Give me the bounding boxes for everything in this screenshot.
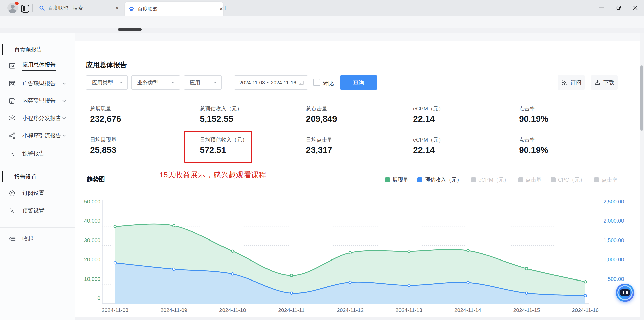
sidebar-divider (0, 227, 75, 228)
main-content: 应用总体报告 应用类型 业务类型 应用 2024-11-08 ~ 2024-11… (75, 41, 640, 317)
collapse-icon (8, 235, 16, 243)
sidebar-item-6[interactable]: 预警报告 (0, 146, 75, 161)
workspaces-icon[interactable] (21, 5, 29, 13)
stats-divider (86, 130, 640, 130)
page-title: 应用总体报告 (86, 60, 127, 69)
sidebar: 百青藤报告 应用总体报告广告联盟报告内容联盟报告小程序分发报告小程序引流报告预警… (0, 33, 75, 320)
window-close-button[interactable] (632, 4, 639, 12)
report-icon (8, 80, 16, 87)
sidebar-section-settings: 报告设置 (14, 173, 37, 181)
share-icon (8, 132, 16, 139)
daily-stat-label-5: 点击率 (519, 136, 535, 143)
daily-stat-value-5: 90.19% (519, 145, 548, 155)
chevron-down-icon (118, 80, 123, 85)
chevron-down-icon (171, 80, 176, 85)
tab-close-icon[interactable]: × (115, 6, 119, 11)
sidebar-item-2[interactable]: 广告联盟报告 (0, 76, 75, 91)
daily-stat-value-3: 23,317 (306, 145, 332, 155)
search-favicon (39, 5, 45, 11)
collapse-label: 收起 (22, 235, 33, 243)
sidebar-item-label: 应用总体报告 (22, 61, 56, 71)
app-select[interactable]: 应用 (184, 75, 222, 90)
tab-title: 百度联盟 - 搜索 (48, 5, 83, 11)
new-tab-button[interactable]: + (220, 4, 230, 13)
subscribe-button[interactable]: 订阅 (558, 75, 585, 90)
total-stat-label-4: eCPM（元） (413, 105, 444, 112)
sidebar-item-3[interactable]: 内容联盟报告 (0, 94, 75, 108)
x-axis-tick: 2024-11-16 (563, 307, 608, 313)
query-button[interactable]: 查询 (340, 75, 377, 90)
chevron-down-icon (212, 80, 217, 85)
left-axis-tick: 40,000 (70, 218, 100, 224)
content-icon (8, 97, 16, 105)
sidebar-setting-2[interactable]: 预警设置 (0, 204, 75, 218)
sidebar-item-label: 预警报告 (22, 150, 45, 157)
total-stat-value-2: 5,152.55 (200, 114, 233, 124)
right-axis-tick: 1,500.00 (591, 237, 624, 243)
section-marker (2, 171, 3, 182)
sidebar-item-label: 广告联盟报告 (22, 80, 56, 87)
right-axis-tick: 2,000.00 (591, 218, 624, 224)
calendar-icon (298, 79, 304, 86)
chevron-down-icon (61, 98, 67, 104)
content-bottom-strip (75, 317, 640, 320)
sidebar-item-4[interactable]: 小程序分发报告 (0, 111, 75, 125)
sidebar-item-5[interactable]: 小程序引流报告 (0, 129, 75, 143)
sidebar-item-label: 内容联盟报告 (22, 97, 56, 105)
sidebar-setting-1[interactable]: 订阅设置 (0, 186, 75, 200)
download-button[interactable]: 下载 (591, 75, 618, 90)
app-type-select[interactable]: 应用类型 (86, 75, 128, 90)
highlight-red-box (184, 131, 252, 163)
baidu-paw-favicon (128, 6, 135, 12)
legend-swatch (471, 177, 476, 182)
screenshot-root: 百度联盟 - 搜索 × 百度联盟 × + (0, 0, 644, 320)
daily-stat-label-4: eCPM（元） (413, 136, 444, 143)
compare-checkbox[interactable] (313, 79, 320, 86)
x-axis-tick: 2024-11-08 (92, 307, 138, 313)
legend-swatch (551, 177, 556, 182)
browser-tab-search[interactable]: 百度联盟 - 搜索 × (35, 2, 119, 14)
content-top-band (75, 33, 644, 41)
sidebar-section-reports: 百青藤报告 (14, 46, 42, 53)
x-axis-tick: 2024-11-12 (327, 307, 373, 313)
sidebar-collapse-button[interactable]: 收起 (0, 232, 75, 246)
alert-icon (8, 150, 16, 157)
select-value: 应用类型 (92, 79, 113, 86)
section-marker (2, 44, 3, 55)
total-stat-label-1: 总展现量 (90, 105, 111, 112)
window-minimize-button[interactable] (598, 4, 605, 12)
right-axis-tick: 500.00 (591, 276, 624, 282)
x-axis-tick: 2024-11-15 (504, 307, 549, 313)
x-axis-tick: 2024-11-13 (386, 307, 432, 313)
robot-face-icon (620, 289, 630, 296)
sidebar-item-label: 订阅设置 (22, 189, 45, 197)
left-axis-tick: 10,000 (70, 276, 100, 282)
window-restore-button[interactable] (615, 4, 623, 12)
daily-stat-value-1: 25,853 (90, 145, 116, 155)
chevron-down-icon (61, 133, 67, 138)
toolbar-substrip (0, 28, 644, 33)
chevron-down-icon (61, 115, 67, 121)
x-axis-tick: 2024-11-11 (269, 307, 314, 313)
rss-icon (561, 79, 568, 86)
date-range-value: 2024-11-08 ~ 2024-11-16 (239, 80, 296, 86)
trend-chart[interactable]: 010,00020,00030,00040,00050,000 0500.001… (75, 182, 640, 320)
scrollbar-thumb[interactable] (640, 65, 643, 131)
total-stat-label-5: 点击率 (519, 105, 535, 112)
business-type-select[interactable]: 业务类型 (131, 75, 180, 90)
tab-drag-indicator (118, 28, 142, 31)
tab-strip-divider (32, 4, 33, 12)
trend-chart-canvas (75, 182, 640, 320)
browser-tab-baidu-union[interactable]: 百度联盟 × (125, 2, 223, 16)
sidebar-item-1[interactable]: 应用总体报告 (0, 59, 75, 73)
assistant-floating-button[interactable] (616, 284, 634, 302)
daily-stat-label-1: 日均展现量 (90, 136, 117, 143)
daily-stat-value-4: 22.14 (413, 145, 435, 155)
select-value: 业务类型 (137, 79, 159, 86)
report-icon (8, 62, 16, 70)
distribute-icon (8, 114, 16, 122)
daily-stat-label-3: 日均点击量 (306, 136, 332, 143)
left-axis-tick: 30,000 (70, 237, 100, 243)
legend-swatch (518, 177, 523, 182)
date-range-picker[interactable]: 2024-11-08 ~ 2024-11-16 (234, 75, 308, 90)
